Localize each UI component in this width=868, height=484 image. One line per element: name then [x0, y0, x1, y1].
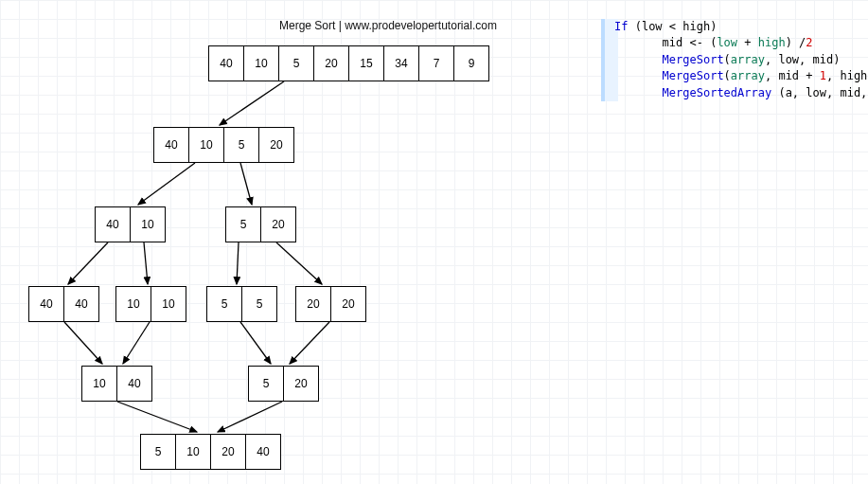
- cell: 34: [384, 45, 419, 81]
- cell: 15: [349, 45, 384, 81]
- cell: 40: [28, 286, 64, 322]
- svg-line-0: [220, 81, 284, 125]
- t: [614, 53, 663, 66]
- cell: 20: [284, 366, 319, 402]
- cell: 5: [248, 366, 284, 402]
- var: high: [758, 36, 786, 49]
- array-level2-left: 40 10: [95, 206, 166, 242]
- t: [614, 86, 663, 99]
- t: mid: [614, 36, 689, 49]
- cell: 40: [153, 127, 189, 163]
- svg-line-10: [290, 322, 329, 364]
- cell: 10: [115, 286, 151, 322]
- svg-line-11: [117, 402, 197, 432]
- cell: 5: [279, 45, 314, 81]
- cell: 20: [259, 127, 294, 163]
- svg-line-1: [138, 163, 195, 205]
- num: 2: [806, 36, 812, 49]
- cell: 10: [244, 45, 279, 81]
- svg-line-6: [276, 242, 322, 284]
- cell: 40: [208, 45, 244, 81]
- svg-line-8: [123, 322, 150, 364]
- t: <: [669, 20, 682, 33]
- array-level2-right: 5 20: [225, 206, 296, 242]
- array-level1: 40 10 5 20: [153, 127, 294, 163]
- t: [614, 69, 663, 82]
- t: (a, low, mid,: [778, 86, 868, 99]
- cell: 40: [246, 434, 281, 470]
- fn: MergeSort: [663, 53, 724, 66]
- svg-line-7: [64, 322, 102, 364]
- array-level5: 5 10 20 40: [140, 434, 281, 470]
- num: 1: [820, 69, 826, 82]
- kw: If: [614, 20, 635, 33]
- cell: 40: [64, 286, 99, 322]
- cell: 40: [95, 206, 131, 242]
- diagram-title: Merge Sort | www.prodevelopertutorial.co…: [279, 19, 497, 32]
- t: (: [724, 69, 731, 82]
- cell: 10: [176, 434, 211, 470]
- array-level4-a: 10 40: [81, 366, 152, 402]
- cell: 20: [314, 45, 349, 81]
- cell: 20: [331, 286, 366, 322]
- t: high: [682, 20, 710, 33]
- cell: 10: [151, 286, 186, 322]
- svg-line-5: [237, 242, 239, 284]
- cell: 9: [454, 45, 489, 81]
- svg-line-3: [68, 242, 108, 284]
- svg-line-12: [218, 402, 282, 432]
- fn: MergeSortedArray: [663, 86, 779, 99]
- fn: MergeSort: [663, 69, 724, 82]
- diagram-stage: Merge Sort | www.prodevelopertutorial.co…: [0, 0, 868, 484]
- t: (: [724, 53, 731, 66]
- cell: 20: [295, 286, 331, 322]
- var: array: [731, 69, 765, 82]
- svg-line-9: [240, 322, 271, 364]
- array-level3-d: 20 20: [295, 286, 366, 322]
- cell: 40: [117, 366, 152, 402]
- t: , mid +: [765, 69, 820, 82]
- t: , low, mid): [765, 53, 840, 66]
- svg-line-4: [144, 242, 148, 284]
- cell: 5: [242, 286, 277, 322]
- cell: 20: [261, 206, 296, 242]
- cell: 7: [419, 45, 454, 81]
- svg-line-2: [240, 163, 252, 205]
- cell: 5: [225, 206, 261, 242]
- cell: 5: [206, 286, 242, 322]
- cell: 10: [81, 366, 117, 402]
- cell: 5: [224, 127, 259, 163]
- cell: 10: [131, 206, 166, 242]
- cell: 5: [140, 434, 176, 470]
- cell: 20: [211, 434, 246, 470]
- var: low: [717, 36, 744, 49]
- t: (low: [635, 20, 669, 33]
- array-level3-a: 40 40: [28, 286, 99, 322]
- array-level3-c: 5 5: [206, 286, 277, 322]
- t: ) /: [786, 36, 806, 49]
- array-level3-b: 10 10: [115, 286, 186, 322]
- array-level0: 40 10 5 20 15 34 7 9: [208, 45, 489, 81]
- cell: 10: [189, 127, 224, 163]
- pseudocode-box: If (low < high) mid <- (low + high) /2 M…: [601, 19, 868, 101]
- t: , high): [826, 69, 868, 82]
- t: <- (: [689, 36, 717, 49]
- array-level4-b: 5 20: [248, 366, 319, 402]
- var: array: [731, 53, 765, 66]
- t: +: [744, 36, 757, 49]
